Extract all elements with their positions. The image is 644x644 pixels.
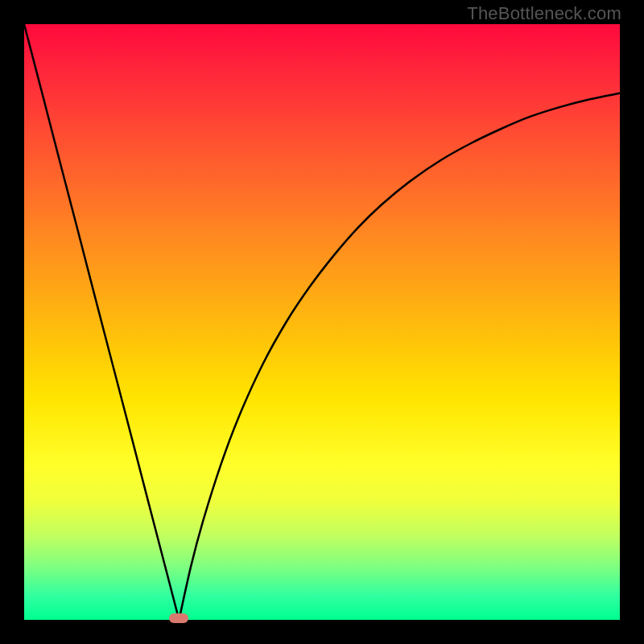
watermark-label: TheBottleneck.com: [467, 3, 621, 24]
plot-area: [24, 24, 620, 620]
curve-left-branch: [24, 24, 179, 620]
curve-svg: [24, 24, 620, 620]
minimum-marker: [169, 613, 188, 623]
chart-frame: TheBottleneck.com: [0, 0, 644, 644]
curve-right-branch: [179, 93, 620, 620]
